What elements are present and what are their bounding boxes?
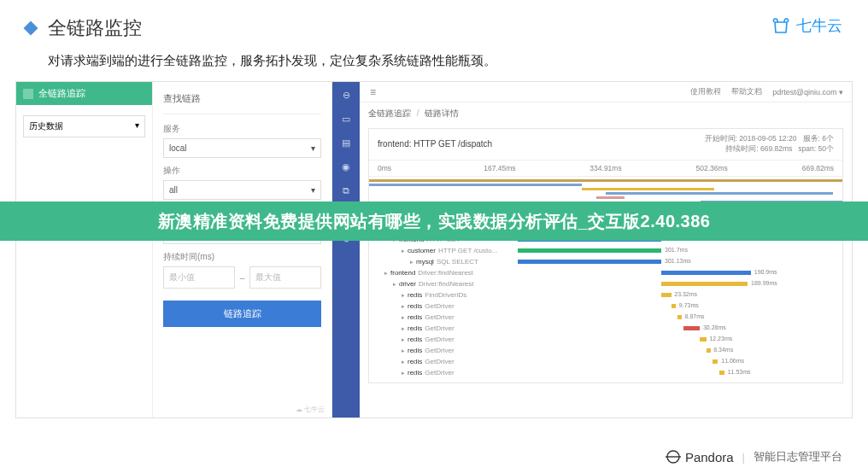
brand-logo: 七牛云: [771, 15, 842, 36]
crumb-current: 链路详情: [425, 108, 459, 118]
span-row[interactable]: ▸redisFindDriverIDs23.32ms: [372, 290, 837, 301]
tutorial-link[interactable]: 使用教程: [690, 86, 721, 97]
chevron-down-icon: ▾: [311, 143, 315, 153]
user-menu[interactable]: pdrtest@qiniu.com ▾: [772, 88, 843, 96]
span-row[interactable]: ▸customerHTTP GET /custo...301.7ms: [372, 246, 837, 256]
footer: Pandora | 智能日志管理平台: [666, 449, 842, 464]
duration-label: 持续时间(ms): [163, 251, 321, 263]
service-select[interactable]: local▾: [163, 138, 321, 158]
overlay-banner: 新澳精准资料免费提供网站有哪些，实践数据分析评估_交互版2.40.386: [0, 201, 868, 241]
pandora-logo: Pandora: [666, 449, 734, 464]
app-icon: [23, 89, 33, 99]
menu-icon[interactable]: ≡: [370, 86, 376, 98]
duration-min-input[interactable]: 最小值: [163, 266, 235, 289]
operation-label: 操作: [163, 165, 321, 177]
operation-select[interactable]: all▾: [163, 180, 321, 200]
nav-icon[interactable]: ◉: [340, 161, 352, 172]
diamond-bullet-icon: [24, 21, 38, 36]
nav-rail: ⊖ ▭ ▤ ◉ ⧉ ⊞ ⊕ ☁ 七牛云: [332, 82, 360, 418]
span-row[interactable]: ▸redisGetDriver8.34ms: [372, 346, 837, 356]
nav-icon[interactable]: ▤: [340, 137, 352, 149]
breadcrumb: 全链路追踪 / 链路详情: [360, 102, 852, 125]
span-row[interactable]: ▸redisGetDriver12.23ms: [372, 335, 837, 345]
search-panel-title: 查找链路: [163, 89, 321, 114]
trace-title: frontend: HTTP GET /dispatch: [378, 139, 492, 149]
slide-subtitle: 对请求端到端的进行全链路监控，服务拓扑发现，定位复杂系统链路性能瓶颈。: [0, 48, 868, 81]
span-row[interactable]: ▸redisGetDriver8.87ms: [372, 312, 837, 323]
app-screenshot: 全链路追踪 历史数据 ▾ 查找链路 服务 local▾ 操作 all▾ 时间范围…: [15, 81, 853, 418]
span-row[interactable]: ▸redisGetDriver11.06ms: [372, 357, 837, 367]
watermark: ☁ 七牛云: [816, 403, 845, 412]
slide-title: 全链路监控: [48, 15, 142, 41]
crumb-root[interactable]: 全链路追踪: [368, 108, 411, 118]
chevron-down-icon: ▾: [135, 120, 139, 132]
history-select[interactable]: 历史数据 ▾: [23, 115, 145, 137]
span-row[interactable]: ▸redisGetDriver11.53ms: [372, 368, 837, 378]
logo-icon[interactable]: ⊖: [340, 89, 352, 101]
nav-icon[interactable]: ▭: [340, 113, 352, 125]
footer-tagline: 智能日志管理平台: [754, 449, 842, 464]
trace-search-button[interactable]: 链路追踪: [163, 301, 321, 327]
watermark: ☁ 七牛云: [296, 405, 325, 414]
span-row[interactable]: ▸redisGetDriver30.28ms: [372, 324, 837, 334]
nav-icon[interactable]: ⧉: [340, 184, 352, 196]
help-link[interactable]: 帮助文档: [731, 86, 762, 97]
range-separator: –: [240, 273, 245, 283]
chevron-down-icon: ▾: [311, 185, 315, 195]
sidebar-header: 全链路追踪: [16, 82, 152, 105]
time-axis: 0ms167.45ms334.91ms502.36ms669.82ms: [369, 161, 842, 177]
span-row[interactable]: ▸driverDriver:findNearest189.99ms: [372, 279, 837, 289]
trace-meta: 开始时间: 2018-09-05 12:20 服务: 6个 持续时间: 669.…: [705, 134, 834, 155]
span-row[interactable]: ▸mysqlSQL SELECT301.13ms: [372, 257, 837, 267]
span-row[interactable]: ▸redisGetDriver9.73ms: [372, 301, 837, 312]
service-label: 服务: [163, 123, 321, 135]
duration-max-input[interactable]: 最大值: [249, 266, 321, 289]
span-row[interactable]: ▸frontendDriver:findNearest190.9ms: [372, 268, 837, 278]
